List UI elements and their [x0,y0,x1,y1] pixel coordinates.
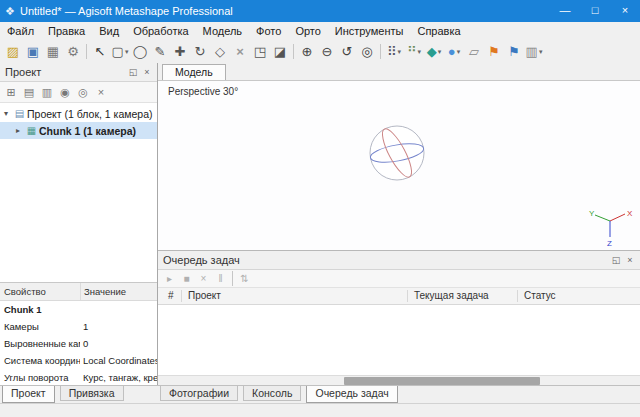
tab-model[interactable]: Модель [162,64,226,80]
menu-item-file[interactable]: Файл [0,22,41,40]
tab-project[interactable]: Проект [2,386,55,403]
close-panel-icon[interactable]: × [140,67,154,77]
navigation-button[interactable]: ◎ [357,42,377,62]
task-queue-title: Очередь задач [161,254,609,266]
tab-console[interactable]: Консоль [243,386,301,401]
capture-view-icon: ▦ [47,44,59,59]
menu-item-model[interactable]: Модель [196,22,249,40]
chevron-down-icon: ▾ [125,48,129,56]
dense-cloud-button[interactable]: ⠛▾ [404,42,424,62]
shaded-sphere-icon: ● [448,44,456,59]
tab-task-queue[interactable]: Очередь задач [306,386,397,403]
menu-item-ortho[interactable]: Орто [288,22,327,40]
task-queue-list[interactable] [158,305,640,375]
selection-arrow-button[interactable]: ↖ [90,42,110,62]
rect-selection-button[interactable]: ▢▾ [110,42,130,62]
maximize-button[interactable]: □ [580,0,610,22]
tree-expand-icon[interactable]: ▸ [12,126,24,135]
shapes-button[interactable]: ▱ [464,42,484,62]
remove-item-icon[interactable]: × [92,86,110,98]
save-project-button[interactable]: ▣ [23,42,43,62]
add-photos-icon[interactable]: ▤ [20,86,38,99]
titlebar: ❖ Untitled* — Agisoft Metashape Professi… [0,0,640,22]
axis-z-label: Z [607,239,612,248]
free-form-selection-button[interactable]: ✎ [150,42,170,62]
point-cloud-button[interactable]: ⠿▾ [384,42,404,62]
float-panel-icon[interactable]: ◱ [609,255,623,265]
pause-tasks-icon[interactable]: ‖ [212,273,229,284]
move-cross-icon: ✚ [175,44,186,59]
menubar: Файл Правка Вид Обработка Модель Фото Ор… [0,22,640,41]
tab-photos[interactable]: Фотографии [160,386,238,401]
save-icon: ▣ [27,44,39,59]
menu-item-workflow[interactable]: Обработка [126,22,195,40]
preferences-button[interactable]: ⚙ [63,42,83,62]
column-header-project: Проект [188,289,221,303]
zoom-in-button[interactable]: ⊕ [297,42,317,62]
remove-task-icon[interactable]: × [195,273,212,284]
crop-selection-button[interactable]: ◳ [250,42,270,62]
flag-blue-icon: ⚑ [508,44,520,59]
resize-region-button[interactable]: ◇ [210,42,230,62]
open-project-button[interactable]: ▨ [3,42,23,62]
delete-selection-button[interactable]: × [230,42,250,62]
zoom-out-button[interactable]: ⊖ [317,42,337,62]
menu-item-tools[interactable]: Инструменты [328,22,411,40]
chevron-down-icon: ▾ [457,48,461,56]
float-panel-icon[interactable]: ◱ [126,67,140,77]
circle-selection-button[interactable]: ◯ [130,42,150,62]
model-viewport[interactable]: Perspective 30° X Y Z [158,81,640,250]
task-queue-column-headers: # Проект Текущая задача Статус [158,288,640,305]
menu-item-view[interactable]: Вид [92,22,126,40]
zoom-out-icon: ⊖ [322,44,333,59]
menu-item-edit[interactable]: Правка [41,22,92,40]
run-tasks-icon[interactable]: ▸ [161,273,178,284]
photos-flag-button[interactable]: ⚑ [504,42,524,62]
add-chunk-icon[interactable]: ⊞ [2,86,20,99]
move-region-button[interactable]: ✚ [170,42,190,62]
project-icon: ▤ [12,108,27,119]
property-name: Система координат [0,355,80,366]
scrollbar-thumb[interactable] [344,377,540,385]
properties-table: Свойство Значение Chunk 1 Камеры 1 Выров… [0,282,157,386]
capture-view-button[interactable]: ▦ [43,42,63,62]
tree-expand-icon[interactable]: ▾ [0,109,12,118]
tab-reference[interactable]: Привязка [60,386,124,401]
close-panel-icon[interactable]: × [623,255,637,265]
eraser-button[interactable]: ◪ [270,42,290,62]
eraser-icon: ◪ [274,44,286,59]
chunk-icon: ▦ [24,125,39,136]
tree-item-project-root[interactable]: ▾ ▤ Проект (1 блок, 1 камера) [0,105,157,122]
column-header-property: Свойство [0,283,81,300]
disable-item-icon[interactable]: ◎ [74,86,92,99]
column-divider [181,290,182,302]
close-button[interactable]: × [610,0,640,22]
property-name: Выровненные камеры [0,338,80,349]
reorder-tasks-icon[interactable]: ⇅ [236,273,253,284]
menu-item-photo[interactable]: Фото [249,22,288,40]
delete-x-icon: × [236,44,244,59]
toolbar-separator [293,44,294,59]
shapes-icon: ▱ [469,44,479,59]
markers-flag-button[interactable]: ⚑ [484,42,504,62]
rotate-region-button[interactable]: ↻ [190,42,210,62]
stop-tasks-icon[interactable]: ■ [178,273,195,284]
axis-x-line [610,214,625,221]
property-row: Система координат Local Coordinates (m) [0,352,157,369]
navigation-icon: ◎ [361,44,372,59]
task-queue-toolbar: ▸ ■ × ‖ ⇅ [158,270,640,288]
enable-item-icon[interactable]: ◉ [56,86,74,99]
chunk-group-label: Chunk 1 [0,301,157,318]
reset-view-button[interactable]: ↺ [337,42,357,62]
tree-item-chunk[interactable]: ▸ ▦ Chunk 1 (1 камера) [0,122,157,139]
property-name: Углы поворота [0,372,80,383]
column-header-status: Статус [524,289,556,303]
menu-item-help[interactable]: Справка [410,22,467,40]
add-folder-icon[interactable]: ▥ [38,86,56,99]
minimize-button[interactable]: — [550,0,580,22]
property-row: Углы поворота Курс, тангаж, крен [0,369,157,386]
model-mesh-button[interactable]: ◆▾ [424,42,444,62]
task-queue-header: Очередь задач ◱ × [158,251,640,270]
orthomosaic-button[interactable]: ▥▾ [524,42,544,62]
model-shaded-button[interactable]: ●▾ [444,42,464,62]
